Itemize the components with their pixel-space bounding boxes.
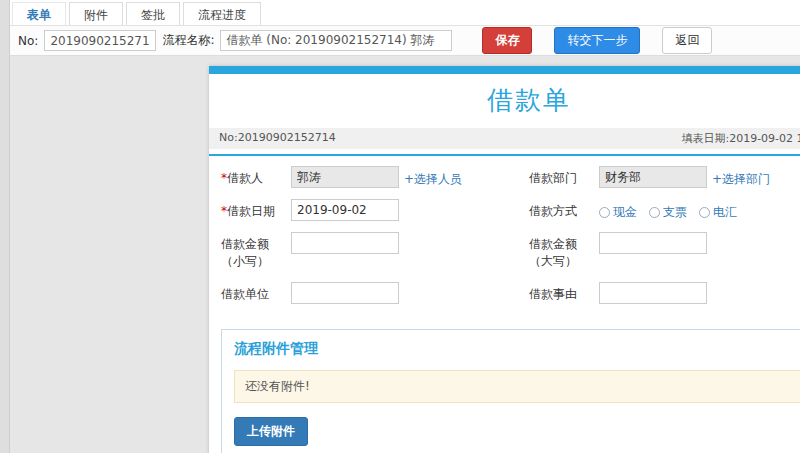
tab-approval[interactable]: 签批 — [126, 2, 180, 25]
save-button[interactable]: 保存 — [482, 27, 532, 54]
amount-lower-label: 借款金额（小写） — [221, 232, 291, 271]
field-loan-date: *借款日期 — [221, 199, 529, 221]
form-no-text: No:20190902152714 — [219, 131, 336, 146]
no-input[interactable] — [44, 30, 156, 51]
amount-upper-label: 借款金额（大写） — [529, 232, 599, 271]
process-name-label: 流程名称: — [162, 32, 214, 49]
field-borrower: *借款人 +选择人员 — [221, 166, 529, 188]
select-person-link[interactable]: +选择人员 — [404, 166, 462, 188]
left-gutter — [0, 0, 10, 453]
page-title: 借款单 — [209, 74, 800, 128]
loan-reason-label: 借款事由 — [529, 282, 599, 303]
attachment-section: 流程附件管理 还没有附件! 上传附件 — [221, 329, 800, 453]
next-step-button[interactable]: 转交下一步 — [554, 27, 640, 54]
tab-attachments[interactable]: 附件 — [69, 2, 123, 25]
field-amount-lower: 借款金额（小写） — [221, 232, 529, 271]
form-panel: 借款单 No:20190902152714 填表日期:2019-09-02 15… — [209, 66, 800, 453]
no-attachment-notice: 还没有附件! — [234, 370, 800, 403]
loan-reason-input[interactable] — [599, 282, 707, 304]
loan-method-options: 现金 支票 电汇 — [599, 199, 737, 221]
loan-unit-label: 借款单位 — [221, 282, 291, 303]
main-area: 借款单 No:20190902152714 填表日期:2019-09-02 15… — [10, 56, 800, 453]
form-info-bar: No:20190902152714 填表日期:2019-09-02 15:27:… — [209, 128, 800, 149]
field-loan-reason: 借款事由 — [529, 282, 800, 304]
department-label: 借款部门 — [529, 166, 599, 187]
amount-upper-input[interactable] — [599, 232, 707, 254]
amount-lower-input[interactable] — [291, 232, 399, 254]
form-fields: *借款人 +选择人员 借款部门 +选择部门 *借款日期 — [209, 156, 800, 319]
app-root: 表单 附件 签批 流程进度 No: 流程名称: 保存 转交下一步 返回 借款单 … — [0, 0, 800, 453]
field-department: 借款部门 +选择部门 — [529, 166, 800, 188]
tab-form[interactable]: 表单 — [12, 2, 66, 25]
attachment-section-title: 流程附件管理 — [234, 340, 800, 358]
field-loan-method: 借款方式 现金 支票 电汇 — [529, 199, 800, 221]
field-loan-unit: 借款单位 — [221, 282, 529, 304]
loan-unit-input[interactable] — [291, 282, 399, 304]
toolbar: No: 流程名称: 保存 转交下一步 返回 — [10, 26, 800, 56]
department-input[interactable] — [599, 166, 707, 188]
radio-circle-icon[interactable] — [699, 207, 710, 218]
back-button[interactable]: 返回 — [662, 27, 712, 54]
loan-date-label: *借款日期 — [221, 199, 291, 220]
borrower-input[interactable] — [291, 166, 399, 188]
form-date-text: 填表日期:2019-09-02 15:27:1 — [681, 131, 800, 146]
process-name-input[interactable] — [220, 30, 452, 51]
radio-circle-icon[interactable] — [649, 207, 660, 218]
no-label: No: — [18, 34, 38, 48]
tab-bar: 表单 附件 签批 流程进度 — [10, 0, 800, 26]
field-amount-upper: 借款金额（大写） — [529, 232, 800, 271]
loan-method-label: 借款方式 — [529, 199, 599, 220]
select-department-link[interactable]: +选择部门 — [712, 166, 770, 188]
radio-cash[interactable]: 现金 — [599, 204, 637, 221]
upload-attachment-button[interactable]: 上传附件 — [234, 417, 308, 446]
content-area: 表单 附件 签批 流程进度 No: 流程名称: 保存 转交下一步 返回 借款单 … — [10, 0, 800, 453]
radio-check[interactable]: 支票 — [649, 204, 687, 221]
loan-date-input[interactable] — [291, 199, 399, 221]
panel-top-accent — [209, 66, 800, 74]
tab-progress[interactable]: 流程进度 — [183, 2, 261, 25]
borrower-label: *借款人 — [221, 166, 291, 187]
radio-wire[interactable]: 电汇 — [699, 204, 737, 221]
radio-circle-icon[interactable] — [599, 207, 610, 218]
